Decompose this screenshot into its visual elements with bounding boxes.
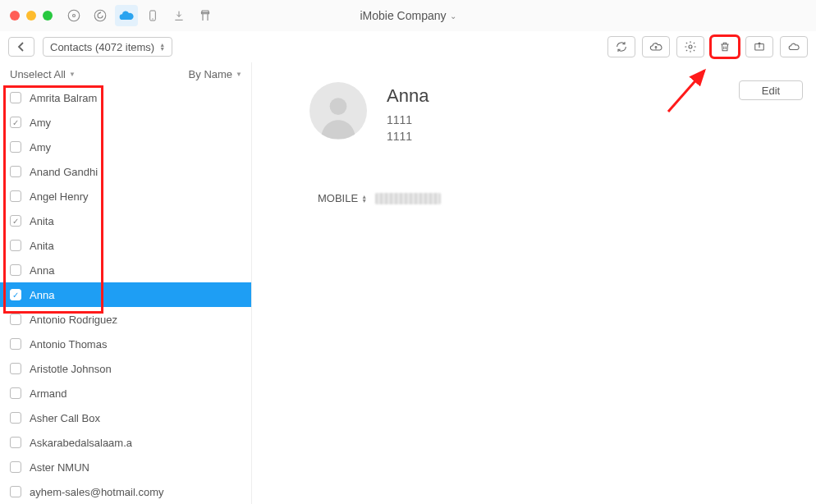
contact-row[interactable]: ayhem-sales@hotmail.comy [0,479,251,504]
checkbox[interactable] [10,92,21,103]
traffic-lights [10,11,53,21]
contact-row-label: ayhem-sales@hotmail.comy [30,486,163,498]
cloud-button[interactable] [780,36,808,57]
device-tabs [62,5,217,26]
checkbox[interactable] [10,190,21,202]
checkbox[interactable] [10,289,21,300]
checkbox[interactable] [10,338,21,350]
avatar [309,82,367,140]
contact-row-label: Anita [30,240,54,252]
contact-row[interactable]: Amy [0,135,251,159]
contact-row[interactable]: Anna [0,258,251,282]
contact-row[interactable]: Asher Call Box [0,405,251,430]
checkbox[interactable] [10,215,21,227]
contact-row-label: Anand Gandhi [30,166,98,178]
checkbox[interactable] [10,117,21,128]
contact-row[interactable]: Aster NMUN [0,455,251,479]
filter-bar: Unselect All ▼ By Name ▼ [0,62,252,85]
checkbox[interactable] [10,387,21,399]
mobile-label-group[interactable]: MOBILE ▲▼ [318,192,367,204]
contact-row[interactable]: Anita [0,208,251,233]
svg-point-0 [68,10,80,21]
contact-row[interactable]: Amrita Balram [0,85,251,110]
maximize-window-icon[interactable] [43,11,53,21]
contact-row-label: Aristotle Johnson [30,363,112,375]
dropdown-icon: ▼ [236,71,242,78]
toolbox-icon[interactable] [194,5,217,26]
edit-label: Edit [762,85,780,97]
contact-row-label: Aster NMUN [30,461,89,474]
contact-row-label: Angel Henry [30,190,89,203]
main-area: Unselect All ▼ By Name ▼ Amrita BalramAm… [0,62,816,504]
close-window-icon[interactable] [10,11,20,21]
contact-row[interactable]: Anita [0,233,251,258]
svg-point-2 [94,10,106,21]
contact-row-label: Antonio Rodriguez [30,314,117,326]
contact-row[interactable]: Aristotle Johnson [0,356,251,381]
svg-point-5 [689,45,692,48]
window-title-label: iMobie Company [360,9,446,22]
download-icon[interactable] [167,5,190,26]
contact-row[interactable]: Anand Gandhi [0,159,251,184]
contact-row[interactable]: Amy [0,110,251,135]
contact-row[interactable]: Antonio Thomas [0,332,251,356]
contact-row[interactable]: Angel Henry [0,184,251,208]
window-title[interactable]: iMobie Company ⌄ [360,9,456,22]
back-button[interactable] [8,37,34,57]
stepper-icon: ▲▼ [361,195,367,203]
sort-button[interactable]: By Name ▼ [189,68,242,80]
contact-row-label: Antonio Thomas [30,338,107,351]
backup-icon[interactable] [89,5,112,26]
refresh-button[interactable] [607,36,635,57]
chevron-down-icon: ⌄ [450,11,456,21]
checkbox[interactable] [10,437,21,448]
checkbox[interactable] [10,461,21,473]
contact-row-label: Amy [30,141,51,153]
dropdown-icon: ▼ [69,71,76,78]
contact-row-label: Anna [30,289,54,301]
upload-cloud-button[interactable] [642,36,670,57]
edit-button[interactable]: Edit [739,80,803,100]
checkbox[interactable] [10,363,21,374]
checkbox[interactable] [10,264,21,276]
toolbar: Contacts (4072 items) ▲▼ [0,31,816,62]
settings-button[interactable] [676,36,704,57]
contact-line1: 1111 [387,113,429,126]
icloud-icon[interactable] [115,5,138,26]
contact-row-label: Asher Call Box [30,412,100,424]
contact-name: Anna [387,85,429,107]
checkbox[interactable] [10,240,21,251]
contact-detail: Edit Anna 1111 1111 MOBILE ▲▼ [252,62,816,504]
delete-button[interactable] [711,36,739,57]
unselect-all-button[interactable]: Unselect All ▼ [10,68,76,80]
unselect-all-label: Unselect All [10,68,66,80]
contact-list[interactable]: Amrita BalramAmyAmyAnand GandhiAngel Hen… [0,85,251,504]
minimize-window-icon[interactable] [26,11,36,21]
checkbox[interactable] [10,141,21,153]
mobile-label: MOBILE [318,192,358,204]
contact-line2: 1111 [387,130,429,143]
contact-row[interactable]: Antonio Rodriguez [0,307,251,332]
itunes-icon[interactable] [62,5,85,26]
contact-row[interactable]: Anna [0,282,251,307]
breadcrumb[interactable]: Contacts (4072 items) ▲▼ [43,37,172,57]
contact-row-label: Askarabedalsalaam.a [30,437,132,449]
stepper-icon: ▲▼ [159,43,165,51]
checkbox[interactable] [10,486,21,497]
svg-point-1 [73,15,76,17]
contact-row-label: Amy [30,117,51,129]
checkbox[interactable] [10,166,21,177]
contact-row-label: Anita [30,215,54,227]
mobile-number-redacted [375,193,441,204]
contact-row-label: Anna [30,264,54,277]
contact-row-label: Armand [30,387,67,400]
export-button[interactable] [745,36,773,57]
contacts-sidebar: Unselect All ▼ By Name ▼ Amrita BalramAm… [0,62,252,504]
contact-row[interactable]: Armand [0,381,251,405]
mobile-row: MOBILE ▲▼ [277,192,791,204]
phone-icon[interactable] [141,5,164,26]
checkbox[interactable] [10,412,21,424]
svg-point-7 [330,98,347,115]
contact-row[interactable]: Askarabedalsalaam.a [0,430,251,455]
checkbox[interactable] [10,314,21,325]
